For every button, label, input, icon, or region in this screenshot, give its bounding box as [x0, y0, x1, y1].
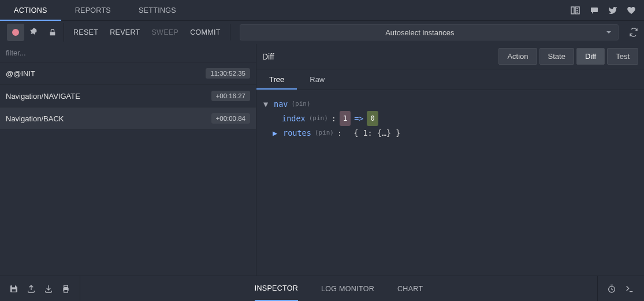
old-value-badge: 1	[340, 111, 351, 126]
revert-button[interactable]: REVERT	[106, 25, 143, 40]
svg-rect-4	[12, 285, 15, 287]
action-item[interactable]: Navigation/NAVIGATE +00:16.27	[0, 85, 256, 107]
export-icon[interactable]	[27, 284, 36, 293]
lock-button[interactable]	[44, 24, 61, 41]
bottom-tab-log-monitor[interactable]: LOG MONITOR	[321, 276, 374, 301]
bottom-tab-inspector[interactable]: INSPECTOR	[255, 276, 298, 301]
action-time: +00:16.27	[211, 91, 250, 101]
tree-node-nav[interactable]: ▼ nav (pin)	[263, 97, 637, 111]
arrow-operator: =>	[354, 112, 363, 125]
chevron-down-icon	[600, 29, 618, 36]
view-action-button[interactable]: Action	[498, 48, 537, 65]
subtab-raw[interactable]: Raw	[297, 69, 337, 90]
tree-node-index[interactable]: index (pin): 1 => 0	[263, 111, 637, 126]
tree-key: nav	[274, 97, 288, 111]
view-state-button[interactable]: State	[539, 48, 574, 65]
reset-button[interactable]: RESET	[70, 25, 102, 40]
pin-label: (pin)	[309, 112, 328, 125]
pin-button[interactable]	[25, 24, 43, 41]
timer-icon[interactable]	[607, 284, 616, 293]
action-name: Navigation/NAVIGATE	[6, 92, 80, 101]
instance-selector[interactable]: Autoselect instances	[240, 24, 619, 40]
tab-settings[interactable]: SETTINGS	[125, 0, 190, 21]
tree-val: { 1: {…} }	[353, 126, 400, 140]
svg-rect-0	[591, 8, 598, 12]
view-diff-button[interactable]: Diff	[576, 48, 605, 65]
record-button[interactable]	[7, 24, 24, 41]
panel-title: Diff	[262, 52, 274, 61]
svg-rect-8	[64, 289, 68, 292]
import-icon[interactable]	[44, 284, 53, 293]
save-icon[interactable]	[9, 284, 18, 293]
pin-label: (pin)	[315, 126, 334, 140]
docs-icon[interactable]	[570, 6, 580, 15]
instance-selector-label: Autoselect instances	[240, 28, 600, 37]
arrow-right-icon: ▶	[273, 126, 280, 140]
action-item[interactable]: Navigation/BACK +00:00.84	[0, 107, 256, 130]
sync-button[interactable]	[623, 21, 644, 44]
svg-rect-5	[12, 289, 16, 291]
console-icon[interactable]	[624, 284, 635, 293]
heart-icon[interactable]	[627, 6, 636, 15]
new-value-badge: 0	[367, 111, 378, 126]
svg-point-2	[32, 28, 35, 31]
action-time: +00:00.84	[211, 113, 250, 124]
action-name: @@INIT	[6, 69, 35, 78]
svg-rect-3	[50, 32, 55, 35]
filter-input[interactable]	[0, 44, 256, 62]
pin-label: (pin)	[291, 97, 310, 111]
commit-button[interactable]: COMMIT	[187, 25, 224, 40]
action-item[interactable]: @@INIT 11:30:52.35	[0, 62, 256, 85]
arrow-down-icon: ▼	[263, 97, 270, 111]
bottom-tab-chart[interactable]: CHART	[397, 276, 423, 301]
subtab-tree[interactable]: Tree	[256, 69, 297, 90]
tree-node-routes[interactable]: ▶ routes (pin): { 1: {…} }	[263, 126, 637, 140]
tab-actions[interactable]: ACTIONS	[0, 0, 61, 21]
svg-rect-7	[64, 285, 68, 287]
view-test-button[interactable]: Test	[607, 48, 638, 65]
twitter-icon[interactable]	[608, 6, 617, 15]
print-icon[interactable]	[61, 284, 70, 293]
tree-key: routes	[283, 126, 311, 140]
tree-key: index	[282, 112, 306, 125]
sweep-button[interactable]: SWEEP	[148, 25, 182, 40]
chat-icon[interactable]	[590, 6, 599, 15]
action-time: 11:30:52.35	[206, 68, 250, 79]
action-name: Navigation/BACK	[6, 114, 64, 123]
tab-reports[interactable]: REPORTS	[61, 0, 125, 21]
